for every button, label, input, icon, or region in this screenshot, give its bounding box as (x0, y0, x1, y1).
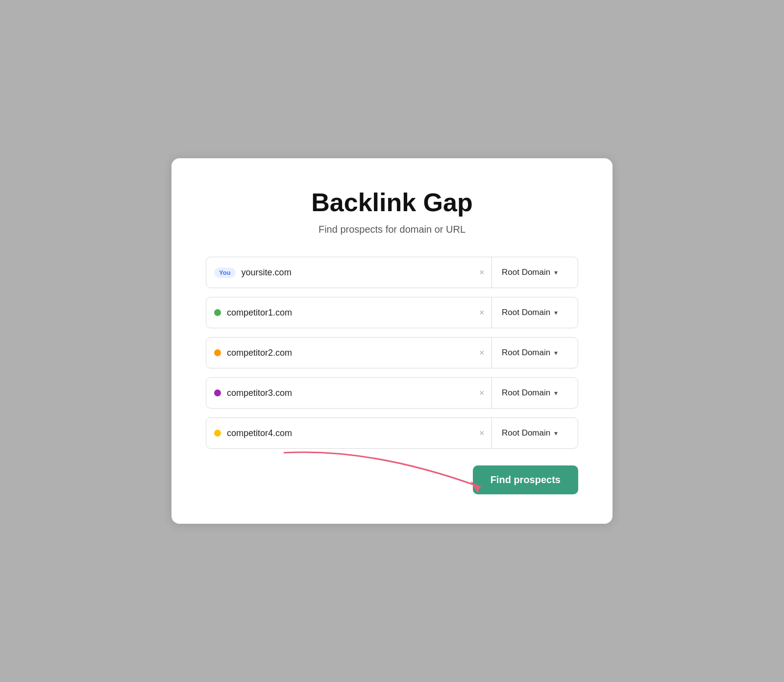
page-title: Backlink Gap (206, 188, 578, 217)
chevron-down-icon-competitor2: ▾ (554, 349, 558, 357)
dot-icon-competitor1 (214, 309, 221, 316)
row-left-you: You yoursite.com (206, 268, 472, 278)
main-card: Backlink Gap Find prospects for domain o… (172, 158, 612, 524)
dot-icon-competitor2 (214, 349, 221, 356)
domain-input-competitor4[interactable]: competitor4.com (227, 428, 465, 438)
dropdown-label-you: Root Domain (502, 268, 550, 277)
dropdown-competitor1[interactable]: Root Domain ▾ (492, 297, 578, 328)
domain-row-competitor1: competitor1.com × Root Domain ▾ (206, 297, 578, 328)
dot-icon-competitor4 (214, 430, 221, 437)
close-icon-competitor3[interactable]: × (472, 388, 491, 398)
close-icon-competitor1[interactable]: × (472, 308, 491, 318)
page-subtitle: Find prospects for domain or URL (206, 224, 578, 235)
row-left-competitor4: competitor4.com (206, 428, 472, 438)
domain-input-competitor2[interactable]: competitor2.com (227, 348, 465, 358)
dropdown-competitor3[interactable]: Root Domain ▾ (492, 378, 578, 408)
row-left-competitor3: competitor3.com (206, 388, 472, 398)
you-badge: You (214, 268, 236, 278)
dropdown-label-competitor4: Root Domain (502, 428, 550, 438)
domain-row-you: You yoursite.com × Root Domain ▾ (206, 257, 578, 288)
row-left-competitor1: competitor1.com (206, 308, 472, 318)
domain-input-competitor3[interactable]: competitor3.com (227, 388, 465, 398)
dropdown-competitor2[interactable]: Root Domain ▾ (492, 338, 578, 368)
chevron-down-icon-you: ▾ (554, 268, 558, 276)
domain-row-competitor4: competitor4.com × Root Domain ▾ (206, 417, 578, 449)
dropdown-competitor4[interactable]: Root Domain ▾ (492, 418, 578, 448)
dot-icon-competitor3 (214, 390, 221, 396)
domain-row-competitor3: competitor3.com × Root Domain ▾ (206, 377, 578, 409)
find-prospects-button[interactable]: Find prospects (473, 465, 578, 494)
domain-input-competitor1[interactable]: competitor1.com (227, 308, 465, 318)
close-icon-competitor4[interactable]: × (472, 428, 491, 438)
dropdown-label-competitor2: Root Domain (502, 348, 550, 358)
row-left-competitor2: competitor2.com (206, 348, 472, 358)
chevron-down-icon-competitor4: ▾ (554, 429, 558, 437)
domain-row-competitor2: competitor2.com × Root Domain ▾ (206, 337, 578, 368)
dropdown-label-competitor1: Root Domain (502, 308, 550, 317)
chevron-down-icon-competitor3: ▾ (554, 389, 558, 397)
dropdown-label-competitor3: Root Domain (502, 388, 550, 398)
bottom-area: Find prospects (206, 458, 578, 494)
close-icon-competitor2[interactable]: × (472, 348, 491, 358)
chevron-down-icon-competitor1: ▾ (554, 309, 558, 317)
dropdown-you[interactable]: Root Domain ▾ (492, 257, 578, 288)
domain-input-you[interactable]: yoursite.com (242, 268, 465, 278)
close-icon-you[interactable]: × (472, 268, 491, 278)
